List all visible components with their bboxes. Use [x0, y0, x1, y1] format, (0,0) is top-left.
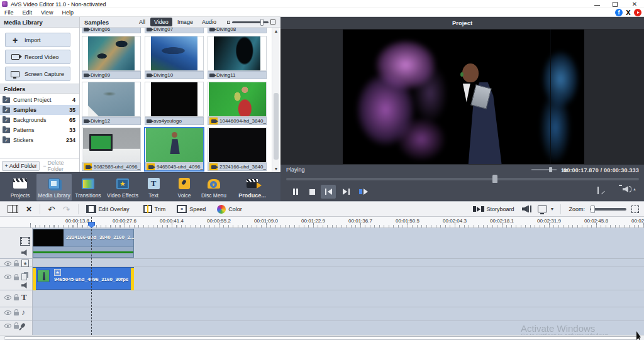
timeline-zoom-slider[interactable] [590, 208, 626, 211]
zoom-slider-thumb[interactable] [591, 206, 595, 213]
lock-icon[interactable] [14, 325, 19, 329]
insert-clip-button[interactable] [8, 205, 18, 213]
seek-bar-thumb[interactable] [492, 175, 497, 184]
next-scene-button[interactable] [356, 185, 371, 199]
media-item-5082589[interactable]: 5082589-uhd_4096_... [82, 128, 141, 171]
lock-icon[interactable] [14, 312, 19, 315]
tab-all[interactable]: All [135, 18, 149, 26]
menu-help[interactable]: Help [57, 9, 78, 16]
tab-audio[interactable]: Audio [198, 18, 220, 26]
previous-frame-button[interactable] [321, 185, 336, 199]
next-frame-button[interactable] [338, 185, 353, 199]
media-item-diving09[interactable]: Diving09 [82, 36, 141, 79]
redo-button[interactable]: ↷ [63, 206, 70, 212]
speed-slider[interactable] [531, 169, 557, 170]
x-icon[interactable]: X [625, 9, 632, 16]
eye-icon[interactable] [4, 275, 11, 279]
voice-track-controls[interactable] [4, 322, 25, 329]
nav-transitions[interactable]: Transitions [72, 174, 104, 200]
menu-file[interactable]: File [0, 9, 18, 16]
nav-text[interactable]: T Text [141, 174, 166, 200]
media-item-avs4youlogo[interactable]: avs4youlogo [145, 82, 204, 125]
nav-media-library[interactable]: Media Library [36, 174, 72, 200]
screen-capture-button[interactable]: Screen Capture [5, 67, 70, 81]
nav-video-effects[interactable]: ★ Video Effects [104, 174, 141, 200]
media-item-9465045-selected[interactable]: 9465045-uhd_4096_... [145, 128, 204, 171]
add-folder-button[interactable]: + Add Folder [2, 161, 40, 171]
text-track-controls[interactable]: T [4, 293, 27, 301]
size-slider-thumb[interactable] [260, 19, 264, 26]
delete-clip-button[interactable]: ✕ [26, 205, 32, 214]
volume-icon[interactable]: ▲ [623, 186, 636, 192]
media-item-10446094[interactable]: 10446094-hd_3840_... [208, 82, 267, 125]
nav-disc-menu[interactable]: Disc Menu [199, 174, 229, 200]
seek-bar[interactable] [286, 178, 639, 180]
nav-voice[interactable]: Voice [171, 174, 197, 200]
tab-video[interactable]: Video [150, 18, 172, 26]
media-item-diving07[interactable]: Diving07 [145, 28, 204, 33]
scrollbar-thumb[interactable] [274, 93, 279, 160]
media-item-diving08[interactable]: Diving08 [208, 28, 267, 33]
menu-edit[interactable]: Edit [18, 9, 37, 16]
scroll-up-icon[interactable]: ▲ [272, 28, 280, 35]
speed-slider-thumb[interactable] [549, 167, 552, 172]
maximize-button[interactable] [613, 2, 618, 7]
tab-image[interactable]: Image [174, 18, 197, 26]
delete-folder-button[interactable]: − Delete Folder [43, 160, 79, 172]
effect-star-icon[interactable]: ★ [21, 260, 29, 267]
clip-left-trim-handle[interactable] [33, 268, 36, 290]
timeline-ruler[interactable]: 00:00:13.8 00:00:27.6 00:00:41.4 00:00:5… [0, 217, 644, 228]
eye-icon[interactable] [4, 295, 11, 300]
eye-icon[interactable] [4, 310, 11, 315]
folder-samples[interactable]: ✓ Samples 35 [0, 105, 79, 115]
fit-timeline-icon[interactable] [631, 206, 639, 213]
folder-patterns[interactable]: ✓ Patterns 33 [0, 125, 79, 135]
color-button[interactable]: Color [217, 205, 242, 214]
lock-icon[interactable] [14, 263, 19, 266]
media-item-diving06[interactable]: Diving06 [82, 28, 141, 33]
minimize-button[interactable] [594, 3, 600, 6]
facebook-icon[interactable]: f [615, 9, 623, 16]
trim-button[interactable]: Trim [143, 205, 166, 213]
media-item-diving10[interactable]: Diving10 [145, 36, 204, 79]
thumbnail-size-slider[interactable] [227, 19, 275, 25]
effects-track-controls[interactable]: ★ [4, 260, 29, 267]
stop-button[interactable] [304, 185, 319, 199]
record-video-button[interactable]: Record Video [5, 50, 70, 64]
folder-current-project[interactable]: ✓ Current Project 4 [0, 95, 79, 105]
hscrollbar-thumb[interactable] [4, 336, 638, 340]
nav-produce[interactable]: Produce... [233, 174, 272, 200]
eye-icon[interactable] [4, 261, 11, 266]
lock-icon[interactable] [14, 297, 19, 300]
close-button[interactable]: ✕ [630, 1, 639, 8]
audio-mixer-button[interactable] [522, 206, 531, 212]
speed-button[interactable]: »Speed [177, 205, 206, 213]
eye-icon[interactable] [4, 324, 11, 328]
media-item-diving12[interactable]: Diving12 [82, 82, 141, 125]
lock-icon[interactable] [14, 277, 19, 280]
media-item-2324166[interactable]: 2324166-uhd_3840_... [208, 128, 267, 171]
audio-track-controls[interactable]: ♪ [4, 309, 25, 316]
clip-right-trim-handle[interactable] [131, 268, 134, 290]
playhead-line[interactable] [91, 217, 92, 335]
display-mode-button[interactable]: ▼ [538, 206, 555, 212]
folder-stickers[interactable]: ✓ Stickers 234 [0, 135, 79, 145]
overlay-clip-9465045[interactable]: ★ 9465045-uhd_4096_2160_30fps [33, 267, 134, 290]
storyboard-toggle-button[interactable]: Storyboard [473, 206, 514, 212]
media-item-diving11[interactable]: Diving11 [208, 36, 267, 79]
timeline-horizontal-scrollbar[interactable] [0, 335, 644, 340]
overlay-track-controls[interactable] [4, 273, 27, 280]
nav-projects[interactable]: Projects [4, 174, 36, 200]
pause-button[interactable] [288, 185, 303, 199]
folder-backgrounds[interactable]: ✓ Backgrounds 65 [0, 115, 79, 125]
playhead-handle[interactable] [88, 222, 95, 228]
edit-overlay-button[interactable]: Edit Overlay [86, 205, 130, 213]
fit-to-screen-icon[interactable] [597, 187, 599, 194]
youtube-icon[interactable] [634, 9, 641, 16]
undo-button[interactable]: ↶ [48, 206, 55, 212]
import-button[interactable]: + Import [5, 33, 70, 47]
scroll-down-icon[interactable]: ▼ [272, 165, 280, 172]
volume-expand-icon[interactable]: ▲ [633, 187, 636, 191]
samples-scrollbar[interactable]: ▲ ▼ [272, 28, 279, 172]
menu-view[interactable]: View [36, 9, 57, 16]
